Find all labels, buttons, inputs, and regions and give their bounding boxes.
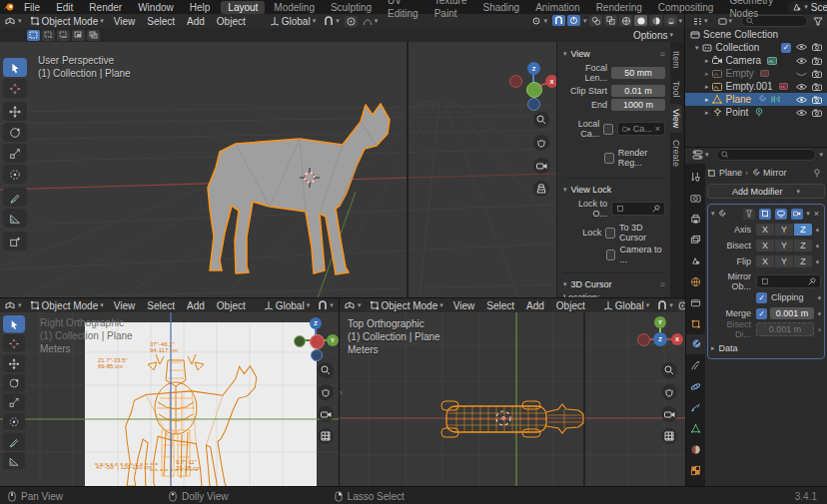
outliner-empty-row[interactable]: ▸ Empty <box>685 67 827 80</box>
tab-material-properties[interactable] <box>685 439 705 459</box>
workspace-tab-animation[interactable]: Animation <box>528 1 586 14</box>
gizmos-toggle-icon[interactable] <box>567 15 580 26</box>
image-data-icon[interactable] <box>759 69 770 79</box>
grid-toggle-button[interactable] <box>318 428 334 444</box>
bisect-x-button[interactable]: X <box>756 240 774 252</box>
disable-render-camera-icon[interactable] <box>812 70 822 78</box>
transform-tool[interactable] <box>3 413 25 430</box>
snap-target-selector[interactable]: ▾ <box>320 16 344 26</box>
select-box-tool[interactable] <box>3 315 25 332</box>
image-data-icon[interactable] <box>778 82 789 92</box>
modifier-on-cage-icon[interactable] <box>743 209 755 220</box>
gizmo-x-axis[interactable] <box>310 334 325 349</box>
gizmo-z-axis[interactable]: Z <box>527 62 540 75</box>
camera-view-button[interactable] <box>318 406 334 422</box>
blender-logo-icon[interactable] <box>4 2 15 12</box>
gizmo-x-neg-axis[interactable] <box>637 333 650 346</box>
mirror-modifier-icon[interactable] <box>770 95 781 105</box>
cursor-tool[interactable] <box>3 79 27 98</box>
breadcrumb-object[interactable]: Plane <box>719 168 742 178</box>
flip-z-button[interactable]: Z <box>794 255 812 267</box>
lock-3d-cursor-checkbox[interactable] <box>605 228 615 239</box>
hide-eye-icon[interactable] <box>796 83 807 91</box>
modifier-expand-caret[interactable]: ▾ <box>711 210 715 218</box>
gizmo-y-neg-axis[interactable] <box>294 335 306 347</box>
proportional-editing-icon[interactable] <box>678 300 685 311</box>
gizmo-x-axis[interactable]: X <box>671 333 683 345</box>
zoom-view-button[interactable] <box>533 112 549 128</box>
outliner-collection-row[interactable]: ▾ Collection ✓ <box>685 41 827 54</box>
transform-orientation-selector[interactable]: Global▾ <box>260 300 314 311</box>
menu-file[interactable]: File <box>17 2 47 13</box>
workspace-tab-sculpting[interactable]: Sculpting <box>324 1 379 14</box>
pin-icon[interactable] <box>813 169 821 178</box>
camera-background-image-icon[interactable] <box>766 56 777 66</box>
bisect-z-button[interactable]: Z <box>794 240 812 252</box>
view-panel-header[interactable]: ▾View ≡ <box>563 49 665 59</box>
zoom-view-button[interactable] <box>661 362 677 378</box>
measure-tool[interactable] <box>3 209 27 228</box>
top-ortho-viewport[interactable]: ▾ Object Mode▾ View Select Add Object Gl… <box>340 298 685 486</box>
select-menu[interactable]: Select <box>141 16 181 27</box>
menu-render[interactable]: Render <box>82 2 129 13</box>
local-camera-checkbox[interactable] <box>603 124 612 135</box>
mode-selector[interactable]: Object Mode▾ <box>26 16 108 27</box>
clip-end-field[interactable]: 1000 m <box>611 99 665 111</box>
xray-toggle-icon[interactable] <box>604 15 617 26</box>
properties-options-caret[interactable]: ▾ <box>819 151 823 159</box>
hide-eye-icon[interactable] <box>796 96 807 104</box>
clear-camera-icon[interactable]: × <box>655 124 660 134</box>
hide-eye-icon[interactable] <box>796 109 807 117</box>
axis-z-button[interactable]: Z <box>794 224 812 236</box>
tab-viewlayer-properties[interactable] <box>685 230 705 250</box>
gizmo-y-axis[interactable]: Y <box>654 316 666 328</box>
proportional-falloff-selector[interactable]: ▾ <box>359 17 383 26</box>
workspace-tab-compositing[interactable]: Compositing <box>651 1 721 14</box>
shading-rendered-icon[interactable] <box>664 15 677 26</box>
view-menu[interactable]: View <box>447 300 481 311</box>
add-modifier-button[interactable]: Add Modifier▾ <box>707 184 825 199</box>
collection-checkbox[interactable]: ✓ <box>781 43 791 53</box>
render-region-checkbox[interactable] <box>604 153 614 164</box>
tab-tool[interactable]: Tool <box>670 76 682 103</box>
filter-funnel-icon[interactable] <box>813 17 823 26</box>
options-dropdown[interactable]: Options▾ <box>629 30 677 41</box>
tab-world-properties[interactable] <box>685 271 705 291</box>
tab-view[interactable]: View <box>670 104 682 133</box>
merge-threshold-field[interactable]: 0.001 m <box>770 307 814 319</box>
clip-start-field[interactable]: 0.01 m <box>611 85 665 97</box>
tab-modifier-properties-active[interactable] <box>685 334 705 354</box>
transform-orientation-selector[interactable]: Global▾ <box>266 16 320 27</box>
eyedropper-icon[interactable] <box>652 205 660 213</box>
editor-type-button[interactable]: ▾ <box>340 300 366 310</box>
navigation-gizmo[interactable]: Z Y <box>294 316 338 360</box>
light-data-icon[interactable] <box>753 108 764 118</box>
select-menu[interactable]: Select <box>480 300 520 311</box>
select-mode-extend-icon[interactable] <box>42 30 55 41</box>
outliner-scene-collection-row[interactable]: Scene Collection <box>685 28 827 41</box>
focal-length-field[interactable]: 50 mm <box>611 67 665 79</box>
add-primitive-tool[interactable] <box>3 232 27 251</box>
annotate-tool[interactable] <box>3 433 25 450</box>
hidden-eye-closed-icon[interactable] <box>796 70 807 78</box>
snap-toggle-icon[interactable] <box>552 15 565 26</box>
outliner-display-mode[interactable]: ▾ <box>688 17 712 26</box>
zoom-view-button[interactable] <box>318 362 334 378</box>
proportional-editing-icon[interactable] <box>345 16 358 27</box>
menu-help[interactable]: Help <box>183 2 218 13</box>
gizmo-z-axis[interactable]: Z <box>310 317 322 329</box>
eyedropper-icon[interactable] <box>808 277 816 285</box>
tab-particle-properties[interactable] <box>685 355 705 375</box>
tab-constraint-properties[interactable] <box>685 397 705 417</box>
breadcrumb-modifier[interactable]: Mirror <box>763 168 787 178</box>
gizmo-y-axis[interactable] <box>526 82 542 98</box>
outliner-plane-row-selected[interactable]: ▸ Plane <box>685 93 827 106</box>
modifier-remove-icon[interactable]: × <box>812 209 821 219</box>
rotate-tool[interactable] <box>3 374 25 391</box>
select-mode-new-icon[interactable] <box>27 30 40 41</box>
add-menu[interactable]: Add <box>181 300 211 311</box>
mirror-object-field[interactable] <box>756 274 821 288</box>
disable-render-camera-icon[interactable] <box>812 43 822 51</box>
properties-search-input[interactable] <box>716 149 817 161</box>
workspace-tab-modeling[interactable]: Modeling <box>267 1 322 14</box>
